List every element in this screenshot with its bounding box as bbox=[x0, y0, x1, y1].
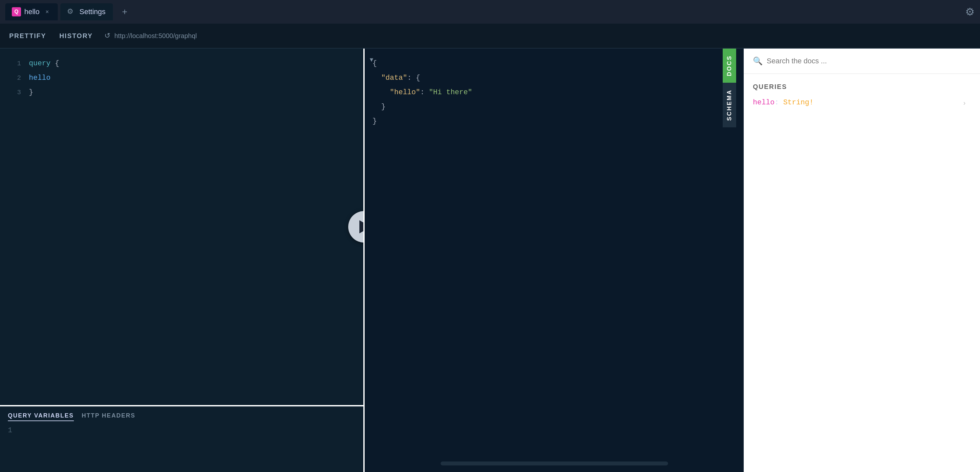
keyword-query: query bbox=[29, 56, 51, 71]
query-editor[interactable]: 1 query { 2 hello 3 } bbox=[0, 49, 363, 406]
result-line-4: } bbox=[372, 100, 736, 114]
history-button[interactable]: HISTORY bbox=[58, 30, 94, 42]
search-icon: 🔍 bbox=[753, 56, 763, 66]
docs-search: 🔍 bbox=[744, 49, 980, 74]
docs-content: QUERIES hello: String! › bbox=[744, 74, 980, 472]
tab-settings[interactable]: ⚙ Settings bbox=[60, 3, 113, 21]
docs-section-title: QUERIES bbox=[753, 83, 971, 91]
tab-bar: Q hello × ⚙ Settings + ⚙ bbox=[0, 0, 980, 24]
var-line-number: 1 bbox=[8, 426, 12, 435]
side-tabs: DOCS SCHEMA bbox=[723, 49, 736, 127]
editor-panel: 1 query { 2 hello 3 } QUERY VA bbox=[0, 49, 364, 472]
collapse-arrow[interactable]: ▼ bbox=[369, 56, 374, 64]
result-line-5: } bbox=[372, 114, 736, 129]
docs-query-name: hello bbox=[753, 99, 775, 106]
code-line-3: 3 } bbox=[0, 85, 363, 100]
settings-icon: ⚙ bbox=[67, 7, 76, 16]
code-line-1: 1 query { bbox=[0, 56, 363, 71]
variables-tabs: QUERY VARIABLES HTTP HEADERS bbox=[0, 412, 363, 421]
line-number: 1 bbox=[8, 57, 21, 70]
line-number: 3 bbox=[8, 86, 21, 99]
tab-settings-label: Settings bbox=[80, 8, 106, 16]
result-line-2: "data": { bbox=[372, 71, 736, 85]
gear-icon[interactable]: ⚙ bbox=[965, 6, 975, 18]
result-scrollbar[interactable] bbox=[441, 461, 668, 466]
tab-hello[interactable]: Q hello × bbox=[5, 3, 58, 21]
docs-panel: DOCS SCHEMA 🔍 QUERIES hello: String! › bbox=[744, 49, 980, 472]
url-text[interactable]: http://localhost:5000/graphql bbox=[114, 32, 197, 40]
tab-hello-icon: Q bbox=[12, 7, 21, 16]
toolbar: PRETTIFY HISTORY ↺ http://localhost:5000… bbox=[0, 24, 980, 49]
http-headers-tab[interactable]: HTTP HEADERS bbox=[82, 412, 135, 421]
result-line-1: { bbox=[372, 56, 736, 71]
main-area: 1 query { 2 hello 3 } QUERY VA bbox=[0, 49, 980, 472]
result-panel: ▼ { "data": { "hello": "Hi there" } } bbox=[364, 49, 744, 472]
variables-panel: QUERY VARIABLES HTTP HEADERS 1 bbox=[0, 406, 363, 472]
query-variables-tab[interactable]: QUERY VARIABLES bbox=[8, 412, 74, 421]
schema-tab[interactable]: SCHEMA bbox=[723, 83, 736, 127]
field-hello: hello bbox=[29, 71, 51, 85]
result-line-3: "hello": "Hi there" bbox=[372, 85, 736, 100]
prettify-button[interactable]: PRETTIFY bbox=[8, 30, 48, 42]
play-icon bbox=[360, 220, 363, 234]
result-code: { "data": { "hello": "Hi there" } } bbox=[372, 56, 736, 129]
add-tab-button[interactable]: + bbox=[118, 5, 131, 18]
tab-hello-label: hello bbox=[24, 8, 40, 16]
docs-query-type: String! bbox=[783, 99, 813, 106]
url-bar: ↺ http://localhost:5000/graphql bbox=[104, 32, 197, 40]
docs-query-text: hello: String! bbox=[753, 99, 814, 106]
chevron-right-icon: › bbox=[963, 99, 966, 106]
line-number: 2 bbox=[8, 72, 21, 85]
run-button-container bbox=[348, 211, 363, 243]
refresh-icon[interactable]: ↺ bbox=[104, 32, 110, 40]
docs-query-item[interactable]: hello: String! › bbox=[753, 97, 971, 108]
code-line-2: 2 hello bbox=[0, 71, 363, 85]
variables-content[interactable]: 1 bbox=[0, 426, 363, 435]
tab-hello-close[interactable]: × bbox=[45, 8, 49, 16]
docs-search-input[interactable] bbox=[767, 57, 971, 65]
run-button[interactable] bbox=[348, 211, 363, 243]
docs-tab[interactable]: DOCS bbox=[723, 49, 736, 83]
